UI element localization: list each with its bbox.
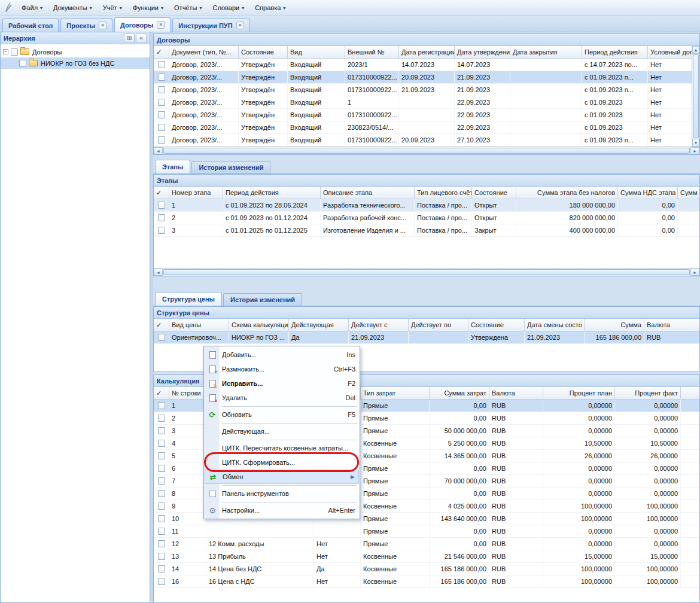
row-checkbox[interactable]	[158, 214, 165, 221]
context-menu-item-toolbar-panel[interactable]: Панель инструментов	[205, 486, 359, 501]
table-row[interactable]: Ориентировоч...НИОКР по ГОЗ ...Да21.09.2…	[154, 331, 699, 344]
column-header[interactable]: Сумма затрат	[430, 387, 489, 399]
column-header[interactable]: Внешний №	[345, 46, 399, 58]
column-header[interactable]: Дата смены состо	[525, 319, 585, 331]
column-header[interactable]: Описание этапа	[321, 187, 415, 199]
row-checkbox[interactable]	[158, 124, 165, 131]
contracts-vscrollbar[interactable]: ▲ ▼	[692, 46, 699, 147]
menubar-item-reports[interactable]: Отчёты▾	[169, 2, 207, 14]
row-checkbox[interactable]	[158, 227, 165, 234]
column-header[interactable]: Действует с	[349, 319, 409, 331]
stages-subtab-1[interactable]: История изменений	[191, 161, 270, 173]
column-header[interactable]: ✓	[154, 387, 169, 399]
scroll-up-button[interactable]: ▲	[692, 46, 699, 54]
hscroll-thumb[interactable]	[163, 148, 690, 154]
column-header[interactable]: Номер этапа	[169, 187, 223, 199]
column-header[interactable]: Сумма НДС этапа	[618, 187, 678, 199]
column-header[interactable]: ✓	[154, 187, 169, 199]
row-checkbox[interactable]	[158, 477, 165, 485]
hscroll-thumb[interactable]	[163, 269, 690, 275]
column-header[interactable]: Валюта	[644, 319, 699, 331]
table-row[interactable]: 1616 Цена с НДСНетКосвенные165 186 000,0…	[154, 575, 699, 588]
column-header[interactable]: № строки	[169, 387, 206, 399]
table-row[interactable]: 1313 ПрибыльНетКосвенные21 546 000,00RUB…	[154, 550, 699, 563]
menubar-item-dictionaries[interactable]: Словари▾	[207, 2, 249, 14]
collapse-panel-button[interactable]: «	[136, 34, 147, 43]
column-header[interactable]: Действует по	[409, 319, 468, 331]
column-header[interactable]: Период действия	[582, 46, 648, 58]
context-menu-item-citk-recalc[interactable]: ЦИТК. Пересчитать косвенные затраты...	[205, 441, 359, 455]
stages-hscrollbar[interactable]: ◄ ►	[154, 268, 699, 276]
column-header[interactable]: Тип лицевого счёт	[415, 187, 472, 199]
column-header[interactable]: Состояние	[472, 187, 516, 199]
column-header[interactable]: Вид цены	[169, 319, 229, 331]
scroll-right-button[interactable]: ►	[690, 147, 699, 154]
vscroll-thumb[interactable]	[693, 54, 699, 138]
row-checkbox[interactable]	[158, 540, 165, 547]
tab-close-icon[interactable]: ×	[99, 22, 106, 29]
column-header[interactable]	[681, 387, 699, 399]
table-row[interactable]: Договор, 2023/...УтверждёнВходящий230823…	[154, 121, 699, 134]
column-header[interactable]: ✓	[154, 46, 169, 58]
table-row[interactable]: 1414 Цена без НДСДаКосвенные165 186 000,…	[154, 563, 699, 575]
tab-close-icon[interactable]: ×	[157, 21, 165, 29]
column-header[interactable]: Состояние	[239, 46, 288, 58]
menubar-item-accounting[interactable]: Учёт▾	[98, 2, 127, 14]
table-row[interactable]: 2с 01.09.2023 по 01.12.2024Разработка ра…	[154, 212, 699, 224]
table-row[interactable]: 3с 01.01.2025 по 01.12.2025Изготовление …	[154, 224, 699, 237]
context-menu-item-delete[interactable]: ×УдалитьDel	[205, 391, 359, 405]
row-checkbox[interactable]	[158, 440, 165, 447]
scroll-down-button[interactable]: ▼	[692, 139, 699, 147]
column-header[interactable]: Дата закрытия	[510, 46, 582, 58]
column-header[interactable]: Документ (тип, №...	[169, 46, 239, 58]
row-checkbox[interactable]	[158, 202, 165, 209]
table-row[interactable]: 11Прямые0,00RUB0,000000,00000	[154, 525, 699, 538]
column-header[interactable]: Сумма	[585, 319, 644, 331]
context-menu-item-edit[interactable]: ✎Исправить...F2	[205, 376, 359, 391]
column-header[interactable]: Процент план	[543, 387, 615, 399]
row-checkbox[interactable]	[158, 99, 165, 106]
row-checkbox[interactable]	[158, 528, 165, 535]
row-checkbox[interactable]	[158, 578, 165, 585]
menubar-item-file[interactable]: Файл▾	[16, 2, 48, 14]
context-menu-item-refresh[interactable]: ⟳ОбновитьF5	[205, 407, 359, 422]
menubar-item-help[interactable]: Справка▾	[249, 2, 291, 14]
tree-checkbox[interactable]	[19, 60, 26, 67]
stages-subtab-0[interactable]: Этапы	[155, 160, 190, 173]
tree-collapse-icon[interactable]: −	[3, 49, 8, 54]
tab-contracts[interactable]: Договоры×	[114, 17, 171, 32]
column-header[interactable]: Процент факт	[615, 387, 681, 399]
context-menu-item-add[interactable]: Добавить...Ins	[205, 348, 359, 362]
scroll-left-button[interactable]: ◄	[154, 147, 163, 154]
price-subtab-1[interactable]: История изменений	[223, 293, 302, 306]
menubar-item-functions[interactable]: Функции▾	[127, 2, 169, 14]
row-checkbox[interactable]	[158, 86, 165, 93]
scroll-right-button[interactable]: ►	[690, 269, 699, 276]
column-header[interactable]: Действующая	[289, 319, 349, 331]
context-menu-item-active[interactable]: Действующая...	[205, 424, 359, 438]
tree-node-contracts[interactable]: −Договоры	[1, 46, 150, 57]
row-checkbox[interactable]	[158, 427, 165, 434]
tab-close-icon[interactable]: ×	[236, 22, 244, 29]
table-row[interactable]: Договор, 2023/...УтверждёнВходящий017310…	[154, 84, 699, 96]
column-header[interactable]: Дата регистрации	[399, 46, 455, 58]
column-header[interactable]: Сумм	[678, 187, 699, 199]
table-row[interactable]: Договор, 2023/...УтверждёнВходящий017310…	[154, 109, 699, 121]
table-row[interactable]: 1с 01.09.2023 по 28.06.2024Разработка те…	[154, 199, 699, 212]
column-header[interactable]: Состояние	[468, 319, 525, 331]
row-checkbox[interactable]	[158, 452, 165, 459]
tab-instructions-pup[interactable]: Инструкции ПУП×	[172, 19, 249, 32]
tab-desktop[interactable]: Рабочий стол	[2, 19, 59, 32]
column-header[interactable]: Вид	[288, 46, 345, 58]
row-checkbox[interactable]	[158, 136, 165, 144]
column-header[interactable]: Дата утверждения	[455, 46, 510, 58]
context-menu-item-citk-form[interactable]: ЦИТК. Сформировать...	[205, 455, 359, 470]
table-row[interactable]: Договор, 2023/...УтверждёнВходящий017310…	[154, 71, 699, 84]
context-menu-item-exchange[interactable]: ⇄Обмен▶	[205, 470, 359, 484]
column-header[interactable]: Тип затрат	[361, 387, 430, 399]
hierarchy-view-button[interactable]: ⊞	[124, 34, 135, 43]
context-menu-item-duplicate[interactable]: +Размножить...Ctrl+F3	[205, 362, 359, 376]
tab-projects[interactable]: Проекты×	[60, 19, 112, 32]
scroll-left-button[interactable]: ◄	[154, 269, 163, 276]
row-checkbox[interactable]	[158, 74, 165, 81]
